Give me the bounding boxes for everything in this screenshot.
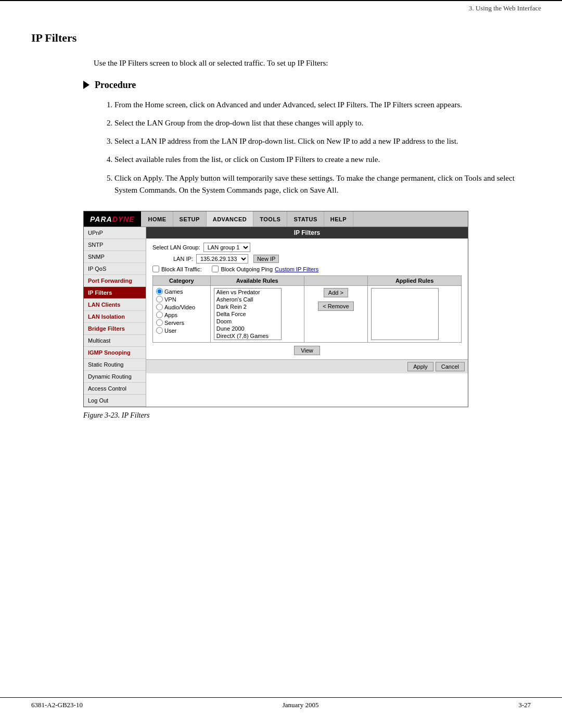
logo-text-dyne: DYNE bbox=[112, 215, 135, 223]
procedure-label: Procedure bbox=[95, 80, 136, 91]
panel-content: Select LAN Group: LAN group 1 LAN IP: 13… bbox=[146, 239, 468, 359]
filter-table: Category Available Rules Applied Rules bbox=[152, 275, 462, 343]
step-4: Select available rules from the list, or… bbox=[114, 154, 531, 166]
block-all-checkbox[interactable] bbox=[152, 266, 159, 272]
nav-bar: PARADYNE Home Setup Advanced Tools Statu… bbox=[84, 211, 468, 227]
view-button[interactable]: View bbox=[294, 346, 320, 355]
intro-text: Use the IP Filters screen to block all o… bbox=[94, 57, 531, 69]
footer: 6381-A2-GB23-10 January 2005 3-27 bbox=[0, 697, 562, 712]
sidebar-item-sntp[interactable]: SNTP bbox=[84, 239, 146, 251]
rule-deltaforce[interactable]: Delta Force bbox=[214, 310, 281, 318]
footer-center: January 2005 bbox=[283, 701, 319, 709]
chapter-title: 3. Using the Web Interface bbox=[469, 4, 541, 12]
view-btn-row: View bbox=[152, 346, 462, 355]
lan-ip-select[interactable]: 135.26.29.133 bbox=[196, 254, 248, 263]
radio-apps-input[interactable] bbox=[156, 311, 163, 318]
sidebar-item-ipfilters[interactable]: IP Filters bbox=[84, 287, 146, 299]
block-outgoing-checkbox[interactable] bbox=[212, 266, 219, 272]
rule-dune[interactable]: Dune 2000 bbox=[214, 325, 281, 332]
rule-eliteforce[interactable]: EliteForce bbox=[214, 340, 281, 340]
nav-tools[interactable]: Tools bbox=[253, 211, 287, 227]
procedure-arrow-icon bbox=[83, 81, 90, 89]
nav-items: Home Setup Advanced Tools Status Help bbox=[142, 211, 354, 227]
radio-apps-label: Apps bbox=[164, 312, 177, 318]
radio-user-label: User bbox=[164, 328, 176, 334]
action-buttons: Add > < Remove bbox=[308, 288, 365, 311]
step-5: Click on Apply. The Apply button will te… bbox=[114, 172, 531, 197]
custom-ip-filters-link[interactable]: Custom IP Filters bbox=[275, 266, 318, 272]
col-category: Category bbox=[153, 276, 211, 286]
radio-servers-label: Servers bbox=[164, 320, 184, 326]
rule-directx[interactable]: DirectX (7,8) Games bbox=[214, 332, 281, 340]
nav-advanced[interactable]: Advanced bbox=[207, 211, 254, 227]
nav-status[interactable]: Status bbox=[287, 211, 324, 227]
nav-help[interactable]: Help bbox=[324, 211, 353, 227]
sidebar-item-ipqos[interactable]: IP QoS bbox=[84, 263, 146, 275]
sidebar-item-logout[interactable]: Log Out bbox=[84, 395, 146, 407]
available-rules-cell: Alien vs Predator Asheron's Call Dark Re… bbox=[210, 286, 304, 343]
procedure-heading: Procedure bbox=[83, 80, 531, 91]
footer-right: 3-27 bbox=[518, 701, 531, 709]
available-rules-list[interactable]: Alien vs Predator Asheron's Call Dark Re… bbox=[214, 288, 282, 340]
lan-ip-label: LAN IP: bbox=[173, 256, 193, 262]
sidebar-item-snmp[interactable]: SNMP bbox=[84, 251, 146, 263]
sidebar-item-portforwarding[interactable]: Port Forwarding bbox=[84, 275, 146, 287]
radio-user-input[interactable] bbox=[156, 327, 163, 334]
radio-audiovideo-label: Audio/Video bbox=[164, 304, 195, 310]
chapter-header: 3. Using the Web Interface bbox=[0, 0, 562, 16]
rule-alien[interactable]: Alien vs Predator bbox=[214, 288, 281, 296]
radio-audiovideo: Audio/Video bbox=[156, 304, 207, 310]
step-2: Select the LAN Group from the drop-down … bbox=[114, 117, 531, 129]
category-radio-group: Games VPN Audio/Video bbox=[156, 288, 207, 334]
col-applied: Applied Rules bbox=[368, 276, 462, 286]
new-ip-button[interactable]: New IP bbox=[253, 255, 279, 263]
radio-vpn-label: VPN bbox=[164, 296, 176, 303]
sidebar-item-dynamicrouting[interactable]: Dynamic Routing bbox=[84, 371, 146, 383]
rule-asheron[interactable]: Asheron's Call bbox=[214, 296, 281, 303]
sidebar-item-bridgefilters[interactable]: Bridge Filters bbox=[84, 323, 146, 335]
applied-rules-list[interactable] bbox=[371, 288, 439, 340]
radio-servers: Servers bbox=[156, 319, 207, 326]
step-3: Select a LAN IP address from the LAN IP … bbox=[114, 135, 531, 147]
lan-group-select[interactable]: LAN group 1 bbox=[203, 243, 250, 252]
cancel-button[interactable]: Cancel bbox=[436, 362, 465, 371]
radio-games: Games bbox=[156, 288, 207, 295]
radio-audiovideo-input[interactable] bbox=[156, 304, 163, 310]
radio-vpn: VPN bbox=[156, 296, 207, 303]
add-button[interactable]: Add > bbox=[324, 288, 348, 297]
logo-text-para: PARA bbox=[90, 215, 112, 223]
sidebar: UPnP SNTP SNMP IP QoS Port Forwarding IP… bbox=[84, 227, 146, 407]
rule-darkrein[interactable]: Dark Rein 2 bbox=[214, 303, 281, 310]
nav-setup[interactable]: Setup bbox=[173, 211, 207, 227]
block-traffic-row: Block All Traffic: Block Outgoing Ping C… bbox=[152, 266, 462, 272]
main-content: IP Filters Use the IP Filters screen to … bbox=[0, 16, 562, 441]
apply-button[interactable]: Apply bbox=[407, 362, 433, 371]
radio-user: User bbox=[156, 327, 207, 334]
lan-group-row: Select LAN Group: LAN group 1 bbox=[152, 243, 462, 252]
section-title: IP Filters bbox=[31, 31, 531, 45]
sidebar-item-staticrouting[interactable]: Static Routing bbox=[84, 359, 146, 371]
lan-group-label: Select LAN Group: bbox=[152, 244, 200, 250]
radio-servers-input[interactable] bbox=[156, 319, 163, 326]
screenshot: PARADYNE Home Setup Advanced Tools Statu… bbox=[83, 211, 468, 407]
footer-left: 6381-A2-GB23-10 bbox=[31, 701, 83, 709]
step-1: From the Home screen, click on Advanced … bbox=[114, 99, 531, 111]
sidebar-item-multicast[interactable]: Multicast bbox=[84, 335, 146, 347]
sidebar-item-accesscontrol[interactable]: Access Control bbox=[84, 383, 146, 395]
radio-games-label: Games bbox=[164, 288, 183, 295]
radio-games-input[interactable] bbox=[156, 288, 163, 295]
remove-button[interactable]: < Remove bbox=[318, 302, 353, 311]
sidebar-item-igmpsnooping[interactable]: IGMP Snooping bbox=[84, 347, 146, 359]
block-outgoing-item: Block Outgoing Ping Custom IP Filters bbox=[212, 266, 318, 272]
col-buttons bbox=[304, 276, 368, 286]
sidebar-item-lanclients[interactable]: LAN Clients bbox=[84, 299, 146, 311]
nav-home[interactable]: Home bbox=[142, 211, 173, 227]
sidebar-item-lanisolation[interactable]: LAN Isolation bbox=[84, 311, 146, 323]
steps-list: From the Home screen, click on Advanced … bbox=[104, 99, 531, 197]
category-cell: Games VPN Audio/Video bbox=[153, 286, 211, 343]
sidebar-item-upnp[interactable]: UPnP bbox=[84, 227, 146, 239]
lan-ip-row: LAN IP: 135.26.29.133 New IP bbox=[152, 254, 462, 263]
rule-doom[interactable]: Doom bbox=[214, 318, 281, 325]
radio-vpn-input[interactable] bbox=[156, 296, 163, 303]
action-buttons-cell: Add > < Remove bbox=[304, 286, 368, 343]
